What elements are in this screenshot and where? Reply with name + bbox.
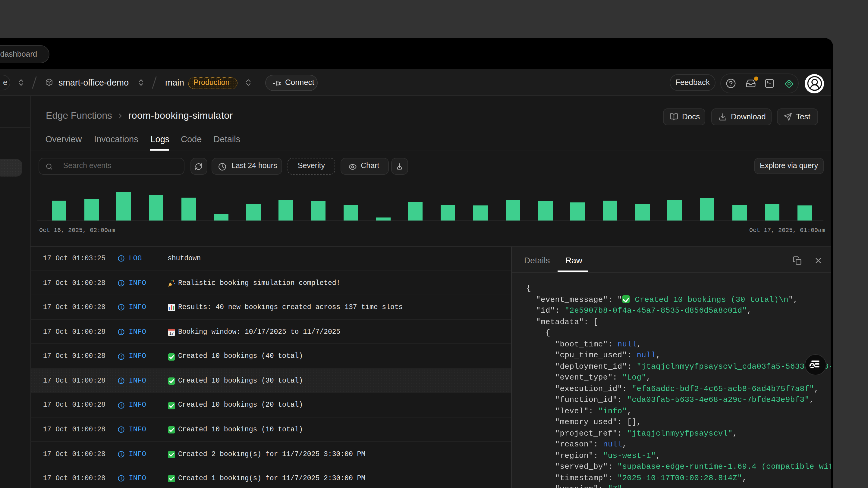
svg-text:17: 17 <box>169 331 174 335</box>
